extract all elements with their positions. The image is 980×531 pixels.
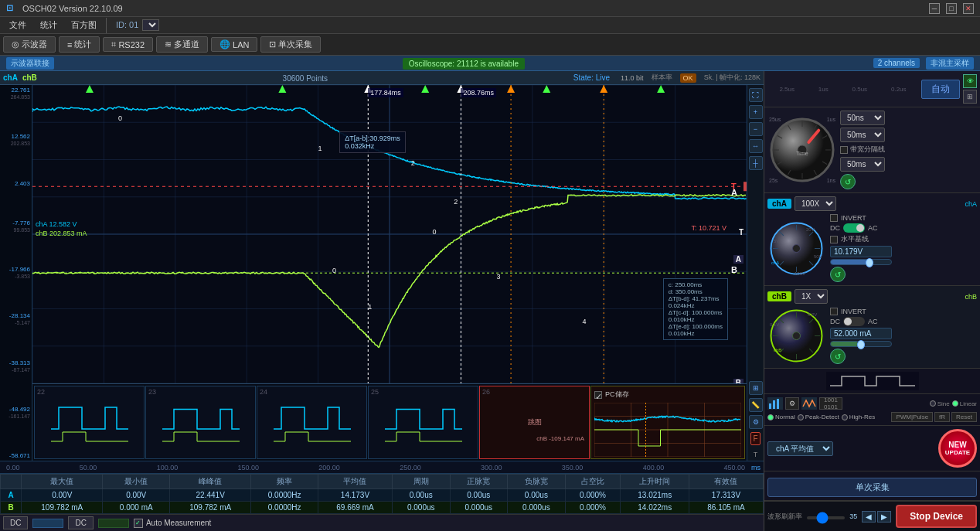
chb-mA-label: chB -109.147 mA bbox=[536, 435, 584, 442]
tb-multichannel[interactable]: ≋ 多通道 bbox=[156, 36, 208, 53]
auto-btn[interactable]: 自动 bbox=[921, 80, 960, 99]
speed-slider[interactable] bbox=[807, 516, 845, 519]
settings-icon[interactable]: ⚙ bbox=[749, 415, 763, 429]
trigger-value-label: T: 10.721 V bbox=[691, 224, 726, 232]
chb-multiplier-select[interactable]: 1X bbox=[795, 289, 828, 304]
thumb-25[interactable]: 25 bbox=[368, 386, 478, 459]
menu-histogram[interactable]: 百方图 bbox=[65, 18, 103, 32]
speed-right-btn[interactable]: ▶ bbox=[877, 511, 891, 522]
minimize-btn[interactable]: ─ bbox=[929, 3, 940, 14]
eye-icon[interactable]: 👁 bbox=[963, 74, 977, 88]
wave-pattern-svg bbox=[826, 372, 919, 390]
time-scale-row: 0.00 50.00 100.00 150.00 200.00 250.00 3… bbox=[0, 461, 764, 473]
rs232-icon: ⌗ bbox=[111, 39, 116, 49]
thumb-22[interactable]: 22 bbox=[34, 386, 145, 459]
maximize-btn[interactable]: □ bbox=[946, 3, 957, 14]
cha-apply-btn[interactable]: ↺ bbox=[830, 267, 846, 282]
sine-radio-btn[interactable] bbox=[930, 400, 936, 407]
menu-file[interactable]: 文件 bbox=[3, 18, 32, 32]
pwm-pulse-btn[interactable]: PWM|Pulse bbox=[891, 412, 933, 422]
id-select[interactable] bbox=[142, 19, 159, 31]
cha-dc-toggle[interactable] bbox=[843, 223, 865, 233]
pan-icon[interactable]: ↔ bbox=[749, 139, 763, 153]
chb-dc-toggle[interactable] bbox=[843, 317, 865, 326]
y-label-0: 22.761264.853 bbox=[0, 87, 32, 100]
peak-radio-btn[interactable] bbox=[798, 414, 804, 420]
dc-btn-1[interactable]: DC bbox=[3, 516, 28, 529]
chb-right-controls: INVERT DC AC 52.000 mA ↺ bbox=[830, 308, 892, 364]
zoom-fit-icon[interactable]: ⛶ bbox=[749, 88, 763, 102]
cm-3: 0.024kHz bbox=[669, 302, 723, 309]
single-capture-btn[interactable]: 单次采集 bbox=[767, 478, 977, 497]
time-scale-select2[interactable]: 50ms bbox=[840, 128, 885, 142]
thumb-canvas-25 bbox=[385, 392, 462, 454]
linear-radio-btn[interactable] bbox=[952, 400, 958, 407]
speed-left-btn[interactable]: ◀ bbox=[862, 511, 876, 522]
time-scale-select1[interactable]: 50ns bbox=[840, 111, 885, 125]
tb-rs232[interactable]: ⌗ RS232 bbox=[103, 37, 153, 52]
grid-icon[interactable]: ⊞ bbox=[749, 381, 763, 395]
tb-lan[interactable]: 🌐 LAN bbox=[211, 37, 257, 52]
gear-btn[interactable]: ⚙ bbox=[785, 397, 799, 410]
speed-arrows: ◀ ▶ bbox=[862, 511, 891, 522]
cha-rms: 17.313V bbox=[689, 489, 763, 502]
zoom-in-icon[interactable]: + bbox=[749, 105, 763, 119]
svg-text:100V: 100V bbox=[795, 271, 805, 276]
bandwidth-sep-checkbox[interactable] bbox=[840, 146, 848, 154]
digit-pattern-btn[interactable]: 10010101 bbox=[819, 397, 842, 410]
menu-stats[interactable]: 统计 bbox=[34, 18, 63, 32]
cha-water-checkbox[interactable] bbox=[830, 236, 838, 243]
svg-text:Time: Time bbox=[796, 151, 808, 156]
pc-store-section: ✓ PC储存 chB -109.147 mA bbox=[590, 386, 745, 459]
cha-multiplier-select[interactable]: 100X bbox=[795, 196, 836, 211]
auto-meas-checkbox[interactable]: ✓ bbox=[134, 519, 143, 528]
cha-knob-label: chA bbox=[767, 199, 791, 209]
bottom-bar: DC DC ✓ Auto Measurement bbox=[0, 514, 764, 531]
pc-store-checkbox[interactable]: ✓ bbox=[594, 391, 602, 399]
time-knob-svg[interactable]: Time bbox=[767, 115, 837, 185]
time-scale-select3[interactable]: 50ms bbox=[840, 157, 885, 172]
thumb-26[interactable]: 26 跳图 bbox=[479, 386, 590, 459]
grid-view-icon[interactable]: ⊞ bbox=[963, 90, 977, 104]
cha-invert-checkbox[interactable] bbox=[830, 214, 838, 222]
normal-radio-btn[interactable] bbox=[767, 414, 774, 420]
green-apply-btn[interactable]: ↺ bbox=[840, 174, 856, 189]
zoom-out-icon[interactable]: − bbox=[749, 122, 763, 136]
new-badge[interactable]: NEW UPDATE bbox=[938, 429, 977, 468]
chb-apply-btn[interactable]: ↺ bbox=[830, 349, 846, 364]
chb-dc-label: DC bbox=[830, 318, 840, 325]
thumb-24[interactable]: 24 bbox=[257, 386, 367, 459]
wave-chart-icon[interactable] bbox=[801, 397, 817, 410]
ch-avg-select[interactable]: chA 平均值 bbox=[767, 441, 833, 456]
tb-stats[interactable]: ≡ 统计 bbox=[59, 36, 100, 53]
single-cap-section: 单次采集 bbox=[764, 471, 980, 501]
f-label[interactable]: F bbox=[750, 432, 760, 445]
col-duty: 占空比 bbox=[565, 475, 621, 489]
measurements-table: 最大值 最小值 峰峰值 频率 平均值 周期 正脉宽 负脉宽 占空比 上升时间 有… bbox=[0, 474, 764, 514]
chb-value-slider[interactable] bbox=[830, 341, 892, 347]
hires-radio-btn[interactable] bbox=[842, 414, 848, 420]
sine-radio: Sine bbox=[930, 400, 950, 407]
tb-single-capture[interactable]: ⊡ 单次采集 bbox=[260, 36, 321, 53]
col-pp: 峰峰值 bbox=[170, 475, 251, 489]
dc-btn-2[interactable]: DC bbox=[68, 516, 93, 529]
thumb-23[interactable]: 23 bbox=[145, 386, 256, 459]
cha-dc-label: DC bbox=[830, 224, 840, 232]
measure-icon[interactable]: 📏 bbox=[749, 398, 763, 412]
fir-btn[interactable]: fR bbox=[934, 412, 950, 422]
cursor-icon[interactable]: ┼ bbox=[749, 156, 763, 170]
close-btn[interactable]: ✕ bbox=[963, 3, 974, 14]
tb-oscilloscope[interactable]: ◎ 示波器 bbox=[3, 36, 56, 53]
bar-chart-icon[interactable] bbox=[767, 397, 783, 410]
cha-label2: chA bbox=[965, 200, 977, 208]
chb-invert-checkbox[interactable] bbox=[830, 308, 838, 315]
chb-knob-svg[interactable]: 0.1V 0.2V chB bbox=[767, 307, 825, 365]
stop-device-btn[interactable]: Stop Device bbox=[896, 505, 977, 528]
cha-value-slider[interactable] bbox=[830, 259, 892, 265]
reset-btn[interactable]: Reset bbox=[951, 412, 977, 422]
freq-ab: 0.032kHz bbox=[345, 142, 400, 150]
t2: 100.00 bbox=[157, 464, 179, 471]
pc-store-label: PC储存 bbox=[605, 390, 629, 400]
chb-freq: 0.0000Hz bbox=[251, 502, 318, 514]
cha-knob-svg[interactable]: 5V 20V 50V 100V chA bbox=[767, 220, 825, 277]
